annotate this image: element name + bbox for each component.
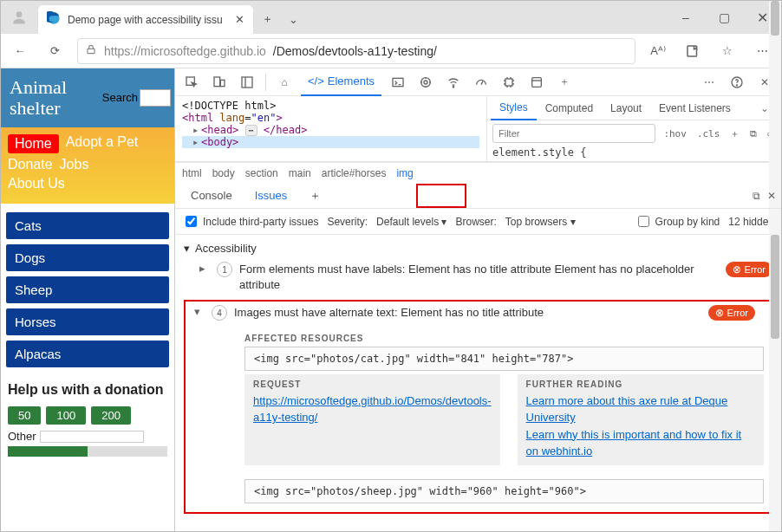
profile-avatar[interactable] [4, 3, 34, 32]
layout-icon[interactable] [236, 71, 258, 94]
collections-button[interactable] [681, 39, 705, 63]
svg-point-10 [421, 77, 431, 87]
affected-code[interactable]: <img src="photos/cat.jpg" width="841" he… [244, 347, 764, 371]
back-button[interactable]: ← [8, 39, 32, 63]
other-amount-row: Other [1, 428, 174, 444]
lock-icon [85, 43, 97, 58]
tab-close-icon[interactable]: ✕ [235, 13, 244, 26]
tab-overflow-icon[interactable]: ⌄ [280, 4, 306, 34]
tab-computed[interactable]: Computed [537, 96, 602, 120]
device-icon[interactable] [208, 71, 231, 94]
help-icon[interactable] [726, 71, 748, 94]
svg-rect-7 [242, 77, 252, 88]
svg-rect-3 [688, 46, 697, 56]
group-toggle[interactable]: Group by kind [635, 213, 720, 230]
devtools-top-strip: ⌂ </>Elements ＋ ⋯ ✕ [175, 68, 781, 96]
nav-about[interactable]: About Us [8, 176, 65, 191]
issue-count-badge: 1 [217, 262, 232, 277]
severity-dropdown[interactable]: Default levels ▾ [376, 216, 446, 228]
hov-toggle[interactable]: :hov [661, 128, 689, 139]
tab-styles[interactable]: Styles [491, 96, 537, 120]
dom-tree[interactable]: <!DOCTYPE html> <html lang="en"> ▸<head>… [175, 96, 486, 161]
edge-icon [47, 11, 61, 28]
affected-code[interactable]: <img src="photos/sheep.jpg" width="960" … [244, 479, 764, 503]
nav-donate[interactable]: Donate [8, 157, 53, 172]
url-path: /Demos/devtools-a11y-testing/ [273, 44, 437, 58]
request-heading: REQUEST [253, 380, 492, 389]
animal-list: Cats Dogs Sheep Horses Alpacas [1, 204, 174, 376]
memory-icon[interactable] [498, 71, 520, 94]
further-link-2[interactable]: Learn why this is important and how to f… [526, 428, 742, 458]
minimize-button[interactable]: – [667, 1, 705, 34]
drawer-toggle-icon[interactable]: ⧉ [753, 190, 760, 202]
browser-tab[interactable]: Demo page with accessibility issu ✕ [37, 4, 254, 34]
nav-adopt[interactable]: Adopt a Pet [66, 134, 139, 153]
svg-rect-15 [532, 77, 542, 87]
browser-dropdown[interactable]: Top browsers ▾ [505, 216, 576, 228]
collapse-icon[interactable]: ▾ [194, 305, 205, 318]
issues-body[interactable]: ▾ Accessibility ▸ 1 Form elements must h… [175, 235, 781, 531]
elements-main: <!DOCTYPE html> <html lang="en"> ▸<head>… [175, 96, 781, 162]
other-label: Other [8, 430, 36, 443]
network-icon[interactable] [442, 71, 465, 94]
styles-filter-input[interactable] [492, 124, 655, 143]
maximize-button[interactable]: ▢ [705, 1, 743, 34]
thirdparty-toggle[interactable]: Include third-party issues [182, 213, 318, 230]
drawer-issues-tab[interactable]: Issues [244, 183, 298, 209]
new-rule-icon[interactable]: ＋ [727, 127, 742, 140]
dom-breadcrumb[interactable]: html body section main article#horses im… [175, 162, 781, 183]
address-bar[interactable]: https://microsoftedge.github.io/Demos/de… [77, 38, 635, 64]
more-tabs-button[interactable]: ＋ [553, 71, 576, 94]
accessibility-section[interactable]: ▾ Accessibility [175, 238, 781, 258]
drawer-console-tab[interactable]: Console [180, 183, 243, 209]
further-link-1[interactable]: Learn more about this axe rule at Deque … [526, 394, 728, 425]
sources-icon[interactable] [414, 71, 437, 94]
issue-text: Images must have alternate text: Element… [234, 305, 701, 321]
list-item[interactable]: Alpacas [6, 341, 169, 367]
new-tab-button[interactable]: ＋ [254, 4, 280, 34]
tab-layout[interactable]: Layout [602, 96, 650, 120]
nav-home[interactable]: Home [8, 134, 59, 153]
search-input[interactable] [140, 89, 171, 107]
list-item[interactable]: Sheep [6, 276, 169, 303]
elements-tab[interactable]: </>Elements [301, 68, 381, 96]
svg-point-11 [424, 81, 427, 84]
issue-detail-highlight: ▾ 4 Images must have alternate text: Ele… [184, 300, 774, 513]
cls-toggle[interactable]: .cls [694, 128, 723, 139]
request-link[interactable]: https://microsoftedge.github.io/Demos/de… [253, 394, 492, 425]
devtools-panel: ⌂ </>Elements ＋ ⋯ ✕ <!DOCTYPE html> < [174, 68, 781, 531]
favorites-button[interactable]: ☆ [715, 39, 740, 63]
nav-jobs[interactable]: Jobs [60, 157, 89, 172]
progress-bar [8, 446, 167, 457]
inspect-icon[interactable] [180, 71, 203, 94]
error-badge: Error [708, 305, 755, 321]
expand-icon[interactable]: ▸ [199, 262, 210, 275]
console-tab-icon[interactable] [387, 71, 409, 94]
chip-200[interactable]: 200 [91, 406, 131, 425]
performance-icon[interactable] [470, 71, 492, 94]
doctype-line: <!DOCTYPE html> [182, 100, 479, 112]
application-icon[interactable] [525, 71, 548, 94]
more-tools-icon[interactable]: ⋯ [698, 71, 720, 94]
svg-line-13 [481, 81, 483, 84]
copy-styles-icon[interactable]: ⧉ [747, 128, 759, 139]
chip-50[interactable]: 50 [8, 406, 41, 425]
drawer-add-tab[interactable]: ＋ [299, 183, 331, 209]
chip-100[interactable]: 100 [46, 406, 86, 425]
issues-settings-bar: Include third-party issues Severity: Def… [175, 209, 781, 235]
issue-row[interactable]: ▸ 1 Form elements must have labels: Elem… [175, 258, 781, 296]
svg-point-18 [736, 84, 737, 85]
scrollbar-issues[interactable] [769, 235, 781, 531]
welcome-icon[interactable]: ⌂ [273, 71, 296, 94]
other-input[interactable] [40, 431, 144, 443]
list-item[interactable]: Cats [6, 212, 169, 239]
tab-events[interactable]: Event Listeners [650, 96, 740, 120]
list-item[interactable]: Dogs [6, 244, 169, 271]
refresh-button[interactable]: ⟳ [42, 39, 67, 63]
list-item[interactable]: Horses [6, 308, 169, 335]
svg-point-12 [453, 86, 453, 87]
read-aloud-button[interactable]: Aᴬ⁾ [646, 39, 670, 63]
drawer-close-icon[interactable]: ✕ [767, 190, 776, 202]
svg-rect-14 [505, 79, 512, 86]
svg-point-0 [16, 11, 23, 17]
